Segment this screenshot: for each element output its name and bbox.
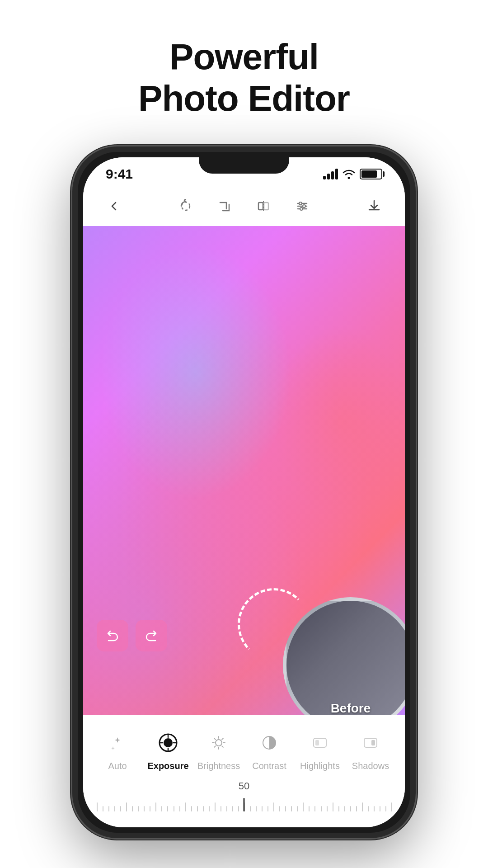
svg-point-4 — [299, 202, 302, 205]
slider-area: 50 — [83, 776, 405, 823]
signal-icon — [323, 169, 338, 179]
auto-icon — [103, 728, 132, 757]
redo-button[interactable] — [136, 620, 167, 651]
svg-rect-24 — [315, 740, 319, 745]
status-icons — [323, 169, 382, 179]
photo-canvas: Before — [83, 226, 405, 715]
rotate-button[interactable] — [173, 193, 198, 219]
undo-redo-buttons — [97, 620, 167, 651]
page-title: Powerful Photo Editor — [138, 36, 350, 119]
svg-line-21 — [214, 746, 216, 747]
tool-highlights[interactable]: Highlights — [297, 728, 343, 771]
exposure-icon — [154, 728, 183, 757]
contrast-icon — [255, 728, 284, 757]
download-button[interactable] — [361, 193, 387, 219]
editor-toolbar — [83, 186, 405, 226]
before-label: Before — [331, 701, 371, 715]
tool-shadows[interactable]: Shadows — [348, 728, 393, 771]
photo-background: Before — [83, 226, 405, 715]
before-preview[interactable]: Before — [283, 597, 405, 715]
svg-line-20 — [222, 738, 223, 740]
wifi-icon — [343, 169, 355, 179]
highlights-icon — [305, 728, 334, 757]
tool-exposure[interactable]: Exposure — [145, 728, 191, 771]
tool-brightness[interactable]: Brightness — [196, 728, 241, 771]
undo-button[interactable] — [97, 620, 128, 651]
phone-mockup: 9:41 — [72, 146, 416, 838]
shadows-label: Shadows — [352, 761, 389, 771]
svg-point-8 — [164, 738, 173, 747]
phone-screen: 9:41 — [83, 157, 405, 827]
toolbar-center — [173, 193, 315, 219]
svg-point-13 — [216, 740, 222, 746]
svg-rect-1 — [258, 203, 263, 210]
brightness-label: Brightness — [197, 761, 240, 771]
back-button[interactable] — [101, 193, 127, 219]
svg-rect-2 — [264, 203, 268, 210]
exposure-label: Exposure — [147, 761, 188, 771]
tool-auto[interactable]: Auto — [95, 728, 140, 771]
brightness-icon — [204, 728, 233, 757]
svg-point-6 — [300, 208, 303, 210]
auto-label: Auto — [108, 761, 127, 771]
tool-contrast[interactable]: Contrast — [247, 728, 292, 771]
phone-shell: 9:41 — [72, 146, 416, 838]
bottom-controls: Auto — [83, 715, 405, 827]
contrast-label: Contrast — [252, 761, 286, 771]
edit-tools-row: Auto — [83, 724, 405, 776]
adjust-button[interactable] — [290, 193, 315, 219]
highlights-label: Highlights — [300, 761, 340, 771]
crop-button[interactable] — [212, 193, 237, 219]
flip-button[interactable] — [251, 193, 276, 219]
svg-line-19 — [222, 746, 223, 747]
battery-icon — [360, 169, 382, 179]
notch — [199, 157, 289, 174]
slider-value: 50 — [97, 780, 391, 792]
svg-line-18 — [214, 738, 216, 740]
status-time: 9:41 — [106, 166, 133, 182]
svg-point-5 — [303, 205, 305, 208]
svg-rect-26 — [371, 740, 375, 745]
slider-track[interactable] — [97, 796, 391, 814]
slider-ticks — [97, 798, 391, 811]
shadows-icon — [356, 728, 385, 757]
